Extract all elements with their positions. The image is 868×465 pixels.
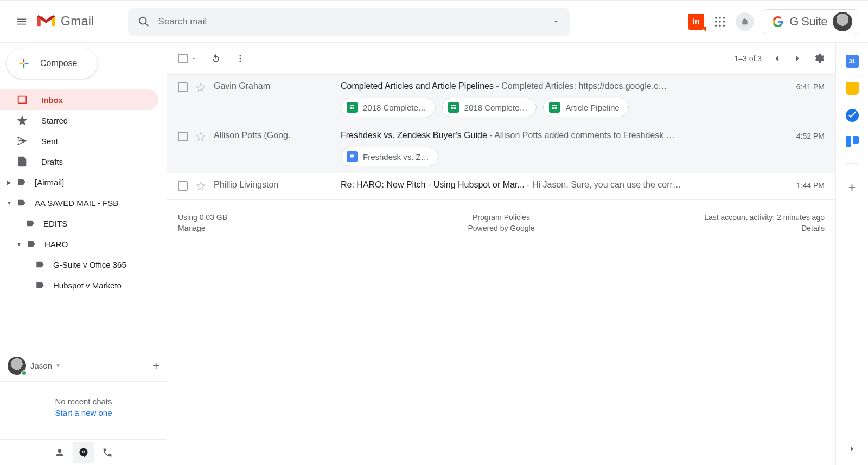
compose-plus-icon xyxy=(16,56,31,71)
message-row[interactable]: Phillip Livingston Re: HARO: New Pitch -… xyxy=(167,173,835,200)
label-icon xyxy=(26,239,37,249)
message-checkbox[interactable] xyxy=(178,81,188,117)
svg-point-10 xyxy=(240,58,241,60)
svg-point-3 xyxy=(715,21,717,23)
star-button[interactable] xyxy=(195,131,206,166)
chat-user-avatar[interactable] xyxy=(8,357,26,375)
nav-starred[interactable]: Starred xyxy=(0,110,158,131)
caret-down-icon: ▼ xyxy=(5,200,13,206)
storage-text: Using 0.03 GB xyxy=(178,213,393,222)
svg-point-2 xyxy=(723,16,725,18)
select-dropdown-icon[interactable] xyxy=(191,56,196,61)
refresh-button[interactable] xyxy=(210,53,221,64)
label-hubspot-marketo-text: Hubspot v Marketo xyxy=(53,281,122,290)
hangouts-contacts-tab[interactable] xyxy=(49,442,71,463)
manage-link[interactable]: Manage xyxy=(178,224,393,232)
search-input[interactable] xyxy=(158,16,552,27)
new-chat-button[interactable]: + xyxy=(152,359,159,373)
label-aa-saved[interactable]: ▼ AA SAVED MAIL - FSB xyxy=(0,192,167,213)
keep-addon[interactable] xyxy=(846,82,859,95)
caret-right-icon: ▶ xyxy=(5,179,13,185)
footer-info: Using 0.03 GB Manage Program Policies Po… xyxy=(167,200,835,246)
svg-point-1 xyxy=(719,16,721,18)
star-button[interactable] xyxy=(195,180,206,193)
attachment-chip[interactable]: 2018 Complete… xyxy=(341,98,436,117)
powered-text: Powered by Google xyxy=(393,224,609,232)
hangouts-phone-tab[interactable] xyxy=(97,442,118,463)
compose-button[interactable]: Compose xyxy=(7,48,98,79)
star-button[interactable] xyxy=(195,81,206,117)
message-subject-line: Re: HARO: New Pitch - Using Hubspot or M… xyxy=(341,180,774,190)
star-outline-icon xyxy=(195,82,206,93)
nav-drafts[interactable]: Drafts xyxy=(0,151,158,172)
side-panel-toggle[interactable] xyxy=(847,444,857,455)
chip-label: Freshdesk vs. Z… xyxy=(363,152,429,162)
prev-page-button[interactable] xyxy=(771,53,782,64)
message-checkbox[interactable] xyxy=(178,180,188,193)
gsuite-button[interactable]: G Suite xyxy=(764,9,857,34)
details-link[interactable]: Details xyxy=(609,224,825,232)
hangouts-panel: Jason ▼ + No recent chats Start a new on… xyxy=(0,350,167,465)
label-icon xyxy=(35,280,46,290)
label-icon xyxy=(16,177,27,187)
more-button[interactable] xyxy=(235,54,245,63)
search-dropdown-icon[interactable] xyxy=(552,18,560,25)
label-aa-saved-text: AA SAVED MAIL - FSB xyxy=(35,198,118,208)
policies-link[interactable]: Program Policies xyxy=(393,213,609,222)
attachment-chip[interactable]: Freshdesk vs. Z… xyxy=(341,147,438,166)
message-subject-line: Completed Articles and Article Pipelines… xyxy=(341,81,774,91)
chat-empty-text: No recent chats xyxy=(0,397,167,406)
settings-button[interactable] xyxy=(813,53,825,64)
message-time: 4:52 PM xyxy=(781,131,825,166)
trello-addon[interactable] xyxy=(846,136,859,147)
svg-point-11 xyxy=(240,61,241,62)
google-apps-icon[interactable] xyxy=(714,16,726,28)
next-page-button[interactable] xyxy=(792,53,803,64)
get-addons-button[interactable]: + xyxy=(848,180,856,195)
chat-status-dropdown[interactable]: ▼ xyxy=(55,363,61,369)
message-row[interactable]: Allison Potts (Goog. Freshdesk vs. Zende… xyxy=(167,124,835,173)
svg-point-0 xyxy=(715,16,717,18)
nav-sent[interactable]: Sent xyxy=(0,131,158,151)
label-gsuite-office[interactable]: G-Suite v Office 365 xyxy=(0,254,167,275)
side-panel: + xyxy=(835,43,868,465)
hangouts-chat-tab[interactable] xyxy=(73,442,94,463)
notifications-button[interactable] xyxy=(736,12,754,31)
nav-drafts-label: Drafts xyxy=(41,157,63,166)
label-haro[interactable]: ▼ HARO xyxy=(0,234,167,254)
label-edits-text: EDITS xyxy=(43,219,67,228)
svg-point-9 xyxy=(240,55,241,56)
hangouts-icon xyxy=(78,447,89,458)
attachment-chips: Freshdesk vs. Z… xyxy=(341,147,774,166)
invision-extension-icon[interactable]: in xyxy=(688,14,704,30)
message-subject-line: Freshdesk vs. Zendesk Buyer's Guide - Al… xyxy=(341,131,774,140)
header: Gmail in G Suite xyxy=(0,1,868,43)
message-row[interactable]: Gavin Graham Completed Articles and Arti… xyxy=(167,74,835,124)
brand-text: Gmail xyxy=(61,14,94,29)
message-sender: Allison Potts (Goog. xyxy=(214,131,333,166)
nav-inbox[interactable]: Inbox xyxy=(0,89,158,110)
star-outline-icon xyxy=(195,180,206,191)
label-airmail[interactable]: ▶ [Airmail] xyxy=(0,172,167,192)
tasks-addon[interactable] xyxy=(846,109,859,122)
compose-label: Compose xyxy=(40,59,77,68)
calendar-addon[interactable] xyxy=(846,55,859,68)
label-hubspot-marketo[interactable]: Hubspot v Marketo xyxy=(0,275,167,295)
search-bar[interactable] xyxy=(128,8,570,36)
select-all-checkbox[interactable] xyxy=(178,54,196,63)
caret-down-icon: ▼ xyxy=(15,241,23,247)
message-sender: Phillip Livingston xyxy=(214,180,333,193)
message-checkbox[interactable] xyxy=(178,131,188,166)
sidebar: Compose Inbox Starred Sent Drafts xyxy=(0,43,167,465)
account-avatar[interactable] xyxy=(833,12,852,31)
label-edits[interactable]: EDITS xyxy=(0,213,167,234)
sheets-icon xyxy=(549,102,560,113)
activity-text: Last account activity: 2 minutes ago xyxy=(609,213,825,222)
svg-point-7 xyxy=(719,24,721,27)
attachment-chip[interactable]: 2018 Complete… xyxy=(442,98,537,117)
hamburger-icon xyxy=(16,16,28,28)
main-menu-button[interactable] xyxy=(9,9,35,35)
gmail-logo xyxy=(36,12,56,30)
chat-start-link[interactable]: Start a new one xyxy=(0,408,167,417)
attachment-chip[interactable]: Article Pipeline xyxy=(543,98,628,117)
